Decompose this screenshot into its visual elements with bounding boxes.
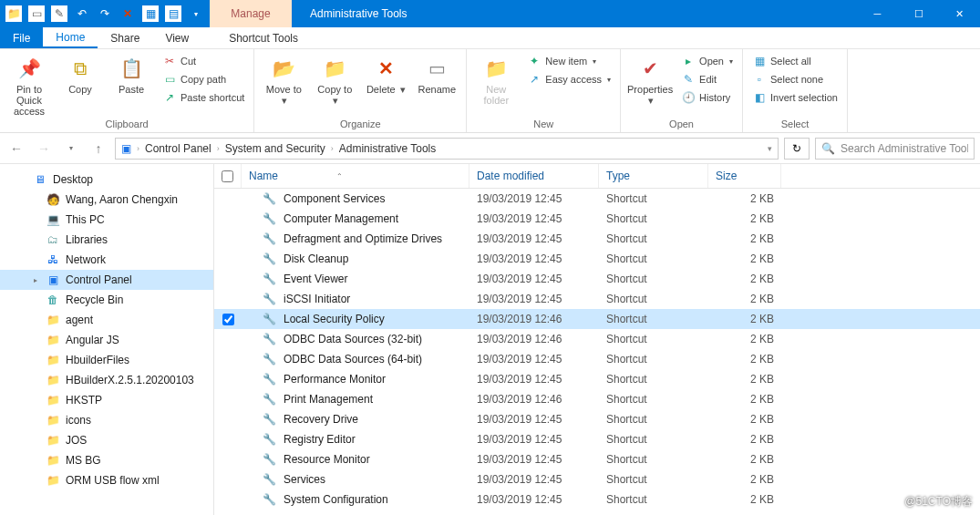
select-none-button[interactable]: ▫Select none [748, 71, 841, 88]
tab-shortcut-tools[interactable]: Shortcut Tools [216, 27, 311, 48]
sidebar-item[interactable]: 📁JOS [0, 430, 213, 450]
copy-to-button[interactable]: 📁Copy to ▾ [311, 51, 358, 106]
qat-dropdown-icon[interactable]: ▾ [188, 5, 204, 22]
file-row[interactable]: 🔧Local Security Policy19/03/2019 12:46Sh… [214, 309, 980, 329]
sidebar-tree[interactable]: 🖥Desktop🧑Wang, Aaron Chengxin💻This PC🗂Li… [0, 164, 214, 515]
history-button[interactable]: 🕘History [677, 89, 737, 106]
file-size: 2 KB [708, 490, 781, 509]
sort-asc-icon: ⌃ [336, 172, 343, 180]
qat-grid-icon[interactable]: ▤ [165, 5, 181, 22]
context-tab-manage[interactable]: Manage [210, 0, 292, 27]
sidebar-item[interactable]: 🖥Desktop [0, 170, 213, 190]
tab-view[interactable]: View [152, 27, 201, 48]
move-to-button[interactable]: 📂Move to ▾ [260, 51, 307, 106]
file-row[interactable]: 🔧Performance Monitor19/03/2019 12:45Shor… [214, 369, 980, 389]
rename-button[interactable]: ▭Rename [413, 51, 460, 95]
nav-up-button[interactable]: ↑ [88, 138, 109, 160]
file-row[interactable]: 🔧Registry Editor19/03/2019 12:45Shortcut… [214, 429, 980, 449]
expand-icon[interactable]: ▸ [31, 276, 40, 284]
file-row[interactable]: 🔧Resource Monitor19/03/2019 12:45Shortcu… [214, 449, 980, 469]
maximize-button[interactable]: ☐ [898, 0, 939, 27]
pin-quick-access-button[interactable]: 📌Pin to Quick access [5, 51, 53, 117]
qat-redo-icon[interactable]: ↷ [97, 5, 113, 22]
close-button[interactable]: ✕ [939, 0, 980, 27]
cut-button[interactable]: ✂Cut [159, 53, 248, 69]
file-row[interactable]: 🔧Component Services19/03/2019 12:45Short… [214, 189, 980, 209]
col-type[interactable]: Type [599, 164, 708, 188]
sidebar-item-label: Libraries [66, 233, 108, 246]
file-row[interactable]: 🔧ODBC Data Sources (64-bit)19/03/2019 12… [214, 349, 980, 369]
file-list-pane[interactable]: Name⌃ Date modified Type Size 🔧Component… [214, 164, 980, 515]
sidebar-item[interactable]: 📁MS BG [0, 450, 213, 470]
sidebar-item[interactable]: 📁agent [0, 310, 213, 330]
file-row[interactable]: 🔧iSCSI Initiator19/03/2019 12:45Shortcut… [214, 289, 980, 309]
sidebar-item[interactable]: 📁HBuilderX.2.5.1.20200103 [0, 370, 213, 390]
breadcrumb-seg-2[interactable]: System and Security› [225, 142, 334, 155]
sidebar-item[interactable]: 📁Angular JS [0, 330, 213, 350]
properties-button[interactable]: ✔Properties ▾ [626, 51, 674, 106]
sidebar-item[interactable]: 💻This PC [0, 210, 213, 230]
paste-button[interactable]: 📋Paste [108, 51, 155, 95]
file-row[interactable]: 🔧ODBC Data Sources (32-bit)19/03/2019 12… [214, 329, 980, 349]
qat-newfolder-icon[interactable]: ✎ [51, 5, 67, 22]
nav-back-button[interactable]: ← [5, 138, 27, 160]
ribbon: 📌Pin to Quick access ⧉Copy 📋Paste ✂Cut ▭… [0, 49, 980, 133]
minimize-button[interactable]: ─ [857, 0, 898, 27]
nav-forward-button[interactable]: → [33, 138, 55, 160]
breadcrumb-seg-3[interactable]: Administrative Tools [339, 142, 437, 155]
col-name[interactable]: Name⌃ [242, 164, 469, 188]
search-box[interactable]: 🔍 Search Administrative Tools [815, 138, 975, 160]
file-row[interactable]: 🔧Event Viewer19/03/2019 12:45Shortcut2 K… [214, 269, 980, 289]
easy-access-button[interactable]: ↗Easy access▾ [523, 71, 614, 88]
file-row[interactable]: 🔧Disk Cleanup19/03/2019 12:45Shortcut2 K… [214, 249, 980, 269]
chevron-down-icon: ▾ [333, 95, 338, 106]
sidebar-item[interactable]: 📁icons [0, 410, 213, 430]
file-row[interactable]: 🔧Computer Management19/03/2019 12:45Shor… [214, 209, 980, 229]
sidebar-item[interactable]: 🖧Network [0, 250, 213, 270]
new-item-button[interactable]: ✦New item▾ [523, 53, 614, 69]
tab-file[interactable]: File [0, 27, 43, 48]
paste-shortcut-button[interactable]: ↗Paste shortcut [159, 89, 248, 106]
refresh-button[interactable]: ↻ [784, 138, 810, 160]
qat-delete-icon[interactable]: ✕ [119, 5, 136, 22]
copy-path-button[interactable]: ▭Copy path [159, 71, 248, 88]
qat-undo-icon[interactable]: ↶ [74, 5, 90, 22]
tab-share[interactable]: Share [98, 27, 152, 48]
qat-tiles-icon[interactable]: ▦ [142, 5, 159, 22]
invert-selection-button[interactable]: ◧Invert selection [748, 89, 841, 106]
edit-button[interactable]: ✎Edit [677, 71, 737, 88]
file-date: 19/03/2019 12:46 [469, 330, 599, 348]
sidebar-item[interactable]: 🗂Libraries [0, 230, 213, 250]
file-row[interactable]: 🔧Services19/03/2019 12:45Shortcut2 KB [214, 469, 980, 489]
row-checkbox[interactable] [222, 314, 234, 325]
tab-home[interactable]: Home [43, 27, 98, 48]
explorer-icon: 📁 [5, 5, 22, 22]
sidebar-item[interactable]: 🧑Wang, Aaron Chengxin [0, 190, 213, 210]
file-row[interactable]: 🔧Defragment and Optimize Drives19/03/201… [214, 229, 980, 249]
shortcut-icon: 🔧 [262, 312, 276, 326]
nav-recent-dropdown[interactable]: ▾ [60, 138, 82, 160]
new-folder-button[interactable]: 📁New folder [472, 51, 520, 106]
address-dropdown-icon[interactable]: ▾ [768, 144, 772, 153]
sidebar-item[interactable]: 📁ORM USB flow xml [0, 470, 213, 490]
open-button[interactable]: ▸Open▾ [677, 53, 737, 69]
file-type: Shortcut [599, 230, 708, 248]
breadcrumb-seg-1[interactable]: Control Panel› [145, 142, 220, 155]
col-date[interactable]: Date modified [469, 164, 599, 188]
sidebar-item[interactable]: ▸▣Control Panel [0, 270, 213, 290]
sidebar-item[interactable]: 📁HKSTP [0, 390, 213, 410]
select-all-button[interactable]: ▦Select all [748, 53, 841, 69]
sidebar-item[interactable]: 📁HbuilderFiles [0, 350, 213, 370]
delete-button[interactable]: ✕Delete ▾ [362, 51, 409, 95]
file-date: 19/03/2019 12:45 [469, 270, 599, 288]
sidebar-item[interactable]: 🗑Recycle Bin [0, 290, 213, 310]
copy-button[interactable]: ⧉Copy [57, 51, 104, 95]
qat-properties-icon[interactable]: ▭ [28, 5, 45, 22]
file-type: Shortcut [599, 330, 708, 348]
col-size[interactable]: Size [708, 164, 781, 188]
address-bar[interactable]: ▣ › Control Panel› System and Security› … [115, 138, 779, 160]
file-row[interactable]: 🔧Print Management19/03/2019 12:46Shortcu… [214, 389, 980, 409]
col-checkbox[interactable] [214, 164, 242, 188]
file-row[interactable]: 🔧Recovery Drive19/03/2019 12:45Shortcut2… [214, 409, 980, 429]
file-row[interactable]: 🔧System Configuration19/03/2019 12:45Sho… [214, 489, 980, 510]
